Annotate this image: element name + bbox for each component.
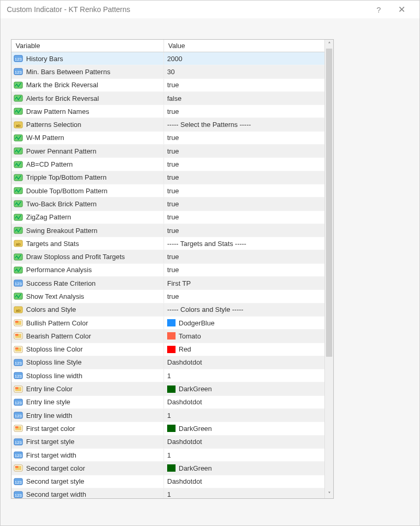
variable-cell: abPatterns Selection [11,118,164,131]
vertical-scrollbar[interactable]: ˄ ˅ [324,40,333,498]
value-cell[interactable]: Red [164,343,324,356]
value-cell[interactable]: ----- Colors and Style ----- [164,303,324,316]
value-cell[interactable]: Tomato [164,330,324,342]
value-text: true [167,293,179,300]
variable-cell: Alerts for Brick Reversal [11,92,164,104]
table-row[interactable]: AB=CD Patterntrue [11,158,324,171]
column-header-variable[interactable]: Variable [11,40,164,52]
table-row[interactable]: Draw Pattern Namestrue [11,105,324,118]
value-cell[interactable]: true [164,197,324,210]
value-cell[interactable]: Dashdotdot [164,436,324,448]
value-cell[interactable]: true [164,158,324,170]
table-row[interactable]: Performance Analysistrue [11,264,324,277]
value-cell[interactable]: 30 [164,65,324,78]
table-row[interactable]: Mark the Brick Reversaltrue [11,79,324,92]
value-text: ----- Targets and Stats ----- [167,240,246,248]
scroll-down-button[interactable]: ˅ [325,489,333,498]
value-cell[interactable]: Dashdotdot [164,356,324,369]
scroll-up-button[interactable]: ˄ [325,40,333,49]
value-text: Dashdotdot [167,477,202,485]
help-button[interactable]: ? [367,1,390,18]
grid-header: Variable Value [11,40,324,52]
variable-cell: Mark the Brick Reversal [11,79,164,91]
value-cell[interactable]: DodgerBlue [164,317,324,329]
svg-text:123: 123 [15,480,22,485]
value-cell[interactable]: true [164,105,324,118]
table-row[interactable]: Bullish Pattern ColorDodgerBlue [11,317,324,330]
num-type-icon: 123 [14,279,23,287]
table-row[interactable]: Swing Breakout Patterntrue [11,224,324,237]
table-row[interactable]: Power Pennant Patterntrue [11,145,324,158]
table-row[interactable]: 123Entry line width1 [11,409,324,422]
table-row[interactable]: abColors and Style----- Colors and Style… [11,303,324,317]
table-row[interactable]: 123Second target styleDashdotdot [11,475,324,488]
value-cell[interactable]: true [164,79,324,91]
value-cell[interactable]: 1 [164,369,324,382]
value-cell[interactable]: 1 [164,488,324,498]
variable-label: Bearish Pattern Color [26,332,91,340]
scrollbar-thumb[interactable] [326,49,332,357]
value-cell[interactable]: Dashdotdot [164,396,324,408]
table-row[interactable]: Two-Back Brick Patterntrue [11,197,324,211]
value-cell[interactable]: true [164,211,324,224]
close-button[interactable]: ✕ [390,1,413,18]
table-row[interactable]: 123Stoploss line StyleDashdotdot [11,356,324,369]
table-row[interactable]: ZigZag Patterntrue [11,211,324,224]
table-row[interactable]: 123Min. Bars Between Patterns30 [11,65,324,78]
table-row[interactable]: abPatterns Selection----- Select the Pat… [11,118,324,131]
svg-rect-48 [15,426,18,428]
table-row[interactable]: Alerts for Brick Reversalfalse [11,92,324,105]
variable-label: ZigZag Pattern [26,213,71,221]
value-cell[interactable]: Dashdotdot [164,475,324,488]
table-row[interactable]: Bearish Pattern ColorTomato [11,330,324,343]
value-cell[interactable]: DarkGreen [164,422,324,435]
table-row[interactable]: Draw Stoploss and Profit Targetstrue [11,250,324,263]
table-row[interactable]: 123First target width1 [11,449,324,462]
value-text: Red [179,345,191,353]
table-row[interactable]: Entry line ColorDarkGreen [11,382,324,395]
value-cell[interactable]: true [164,132,324,144]
table-row[interactable]: abTargets and Stats----- Targets and Sta… [11,237,324,250]
value-cell[interactable]: true [164,184,324,197]
variable-cell: Double Top/Bottom Pattern [11,184,164,197]
value-cell[interactable]: true [164,250,324,263]
table-row[interactable]: First target colorDarkGreen [11,422,324,435]
value-cell[interactable]: true [164,290,324,302]
table-row[interactable]: Show Text Analysistrue [11,290,324,303]
bool-type-icon [14,147,23,155]
variable-cell: Stoploss line Color [11,343,164,356]
svg-text:123: 123 [15,70,22,75]
color-type-icon [14,385,23,393]
scrollbar-track[interactable] [325,49,333,489]
value-cell[interactable]: 1 [164,449,324,461]
table-row[interactable]: 123Stoploss line width1 [11,369,324,382]
table-row[interactable]: 123Success Rate CriterionFirst TP [11,277,324,290]
value-cell[interactable]: true [164,171,324,184]
table-row[interactable]: 123Second target width1 [11,488,324,498]
value-cell[interactable]: 1 [164,409,324,422]
value-cell[interactable]: DarkGreen [164,382,324,395]
table-row[interactable]: W-M Patterntrue [11,132,324,145]
value-cell[interactable]: false [164,92,324,104]
column-header-value[interactable]: Value [164,40,324,52]
table-row[interactable]: 123Entry line styleDashdotdot [11,396,324,409]
table-row[interactable]: 123History Bars2000 [11,52,324,65]
variable-label: Alerts for Brick Reversal [26,95,99,102]
color-type-icon [14,424,23,433]
value-cell[interactable]: true [164,145,324,157]
value-cell[interactable]: true [164,224,324,237]
table-row[interactable]: Second target colorDarkGreen [11,462,324,475]
table-row[interactable]: Stoploss line ColorRed [11,343,324,356]
value-cell[interactable]: ----- Select the Patterns ----- [164,118,324,131]
variable-label: Success Rate Criterion [26,279,96,287]
value-cell[interactable]: 2000 [164,52,324,65]
value-cell[interactable]: First TP [164,277,324,289]
variable-cell: 123History Bars [11,52,164,65]
table-row[interactable]: Tripple Top/Bottom Patterntrue [11,171,324,184]
value-cell[interactable]: DarkGreen [164,462,324,474]
table-row[interactable]: Double Top/Bottom Patterntrue [11,184,324,197]
value-cell[interactable]: ----- Targets and Stats ----- [164,237,324,250]
variable-label: Stoploss line Color [26,345,83,353]
table-row[interactable]: 123First target styleDashdotdot [11,436,324,449]
value-cell[interactable]: true [164,264,324,276]
